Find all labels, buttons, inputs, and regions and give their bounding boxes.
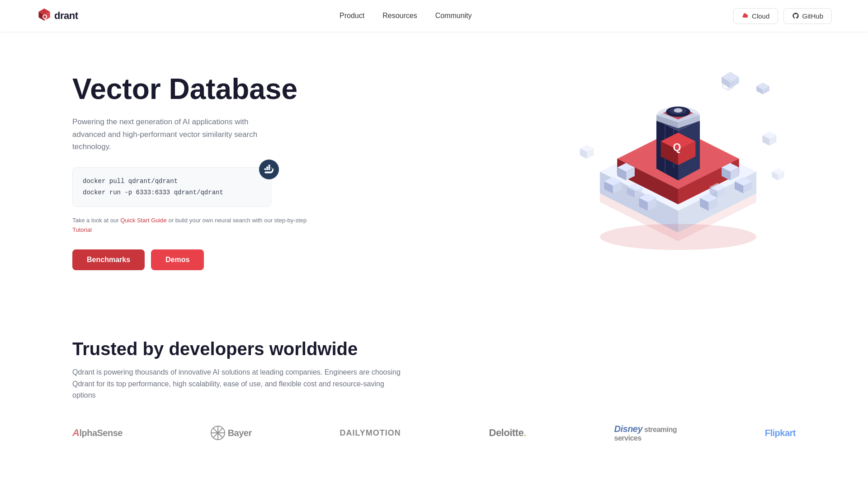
- bayer-logo-icon: [211, 426, 225, 440]
- code-line-1: docker pull qdrant/qdrant: [83, 176, 261, 187]
- cloud-button[interactable]: Cloud: [733, 8, 778, 24]
- benchmarks-button[interactable]: Benchmarks: [72, 249, 145, 270]
- code-box: docker pull qdrant/qdrant docker run -p …: [72, 167, 271, 207]
- logos-row: AlphaSense Bayer DAILYMOTION Deloitte. D…: [72, 424, 796, 442]
- svg-rect-5: [266, 168, 268, 170]
- hero-title: Vector Database: [72, 73, 326, 105]
- github-icon: [792, 12, 799, 19]
- demos-button[interactable]: Demos: [151, 249, 204, 270]
- svg-point-42: [674, 108, 682, 113]
- guide-text: Take a look at our Quick Start Guide or …: [72, 216, 326, 235]
- trusted-section: Trusted by developers worldwide Qdrant i…: [0, 312, 868, 469]
- nav-resources[interactable]: Resources: [382, 12, 417, 20]
- svg-text:Q: Q: [673, 141, 681, 153]
- trusted-title: Trusted by developers worldwide: [72, 339, 796, 359]
- dailymotion-text: DAILYMOTION: [340, 428, 401, 438]
- disney-text: Disney streamingservices: [614, 424, 677, 442]
- quick-start-link[interactable]: Quick Start Guide: [120, 217, 167, 224]
- cloud-icon: [742, 12, 749, 19]
- logo-link[interactable]: Q drant: [36, 8, 78, 24]
- flipkart-text: Flipkart: [765, 428, 796, 438]
- logo-deloitte: Deloitte.: [489, 427, 526, 439]
- nav-community[interactable]: Community: [435, 12, 472, 20]
- navbar: Q drant Product Resources Community Clou…: [0, 0, 868, 32]
- logo-flipkart: Flipkart: [765, 428, 796, 438]
- hero-content: Vector Database Powering the next genera…: [72, 73, 326, 270]
- github-button[interactable]: GitHub: [783, 8, 832, 24]
- cta-buttons: Benchmarks Demos: [72, 249, 326, 270]
- hero-illustration: Q: [561, 59, 796, 285]
- svg-rect-8: [269, 166, 270, 168]
- svg-rect-7: [266, 166, 268, 168]
- logo-bayer: Bayer: [211, 426, 252, 440]
- logo-disney: Disney streamingservices: [614, 424, 677, 442]
- alphasense-text: AlphaSense: [72, 427, 123, 439]
- isometric-svg: Q: [561, 59, 796, 285]
- deloitte-text: Deloitte.: [489, 427, 526, 439]
- docker-badge[interactable]: [259, 160, 279, 179]
- svg-rect-4: [264, 168, 266, 170]
- hero-subtitle: Powering the next generation of AI appli…: [72, 116, 262, 153]
- svg-text:Q: Q: [42, 13, 47, 20]
- hero-section: Vector Database Powering the next genera…: [0, 32, 868, 312]
- code-line-2: docker run -p 6333:6333 qdrant/qdrant: [83, 187, 261, 198]
- svg-rect-9: [269, 165, 270, 167]
- logo-icon: Q: [36, 8, 52, 24]
- logo-text: drant: [54, 10, 78, 22]
- docker-icon: [263, 164, 275, 174]
- trusted-description: Qdrant is powering thousands of innovati…: [72, 366, 407, 401]
- svg-rect-6: [269, 168, 270, 170]
- tutorial-link[interactable]: Tutorial: [72, 226, 92, 233]
- nav-actions: Cloud GitHub: [733, 8, 832, 24]
- logo-dailymotion: DAILYMOTION: [340, 428, 401, 438]
- bayer-text: Bayer: [228, 428, 252, 438]
- nav-product[interactable]: Product: [340, 12, 364, 20]
- logo-alphasense: AlphaSense: [72, 427, 123, 439]
- nav-links: Product Resources Community: [340, 12, 472, 20]
